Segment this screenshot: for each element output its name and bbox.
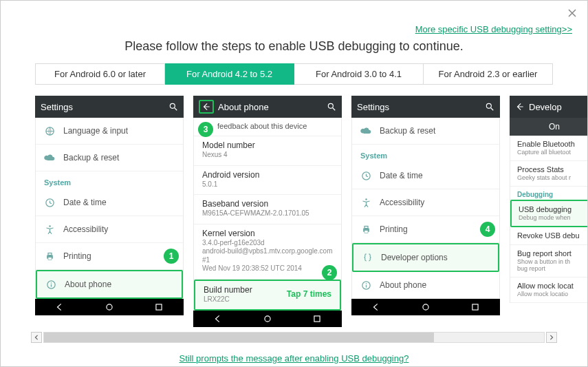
svg-point-15 xyxy=(265,316,270,322)
scroll-thumb[interactable] xyxy=(44,333,434,342)
still-prompts-link[interactable]: Still prompts the message after enabling… xyxy=(179,353,409,364)
svg-rect-28 xyxy=(472,304,478,310)
row-key: Enable Bluetooth xyxy=(517,140,587,148)
svg-rect-12 xyxy=(156,304,162,310)
prop-key: Model number xyxy=(202,140,333,150)
tab-android-6[interactable]: For Android 6.0 or later xyxy=(35,63,165,85)
svg-rect-10 xyxy=(50,284,51,286)
top-link-row: More specific USB debugging setting>> xyxy=(1,1,587,35)
step-badge-2: 2 xyxy=(322,265,337,280)
printer-icon xyxy=(44,251,55,262)
prop-build-highlight: Build number LRX22C Tap 7 times xyxy=(194,280,341,311)
row-accessibility: Accessibility xyxy=(352,189,499,216)
nav-back-icon xyxy=(371,302,381,312)
screenshot-step-2: About phone 3 feedback about this device… xyxy=(193,96,342,327)
tab-android-4-2[interactable]: For Android 4.2 to 5.2 xyxy=(165,63,294,85)
nav-home-icon xyxy=(421,302,431,312)
row-enable-bluetooth: Enable Bluetooth Capture all bluetoot xyxy=(510,136,587,161)
svg-line-18 xyxy=(491,108,494,111)
screen-content: Language & input Backup & reset System D… xyxy=(35,118,184,299)
row-sub: Capture all bluetoot xyxy=(517,149,587,156)
row-usb-debugging-highlight: USB debugging Debug mode when xyxy=(510,200,587,227)
row-label: Printing xyxy=(63,251,175,261)
prop-value: Nexus 4 xyxy=(202,151,333,160)
step-badge-4: 4 xyxy=(480,222,495,237)
row-developer-options-highlight: Developer options xyxy=(352,243,499,272)
clock-icon xyxy=(44,197,55,208)
row-process-stats: Process Stats Geeky stats about r xyxy=(510,161,587,187)
cloud-icon xyxy=(44,152,55,163)
row-key: Revoke USB debu xyxy=(517,231,587,240)
nav-home-icon xyxy=(263,314,272,324)
cloud-icon xyxy=(360,125,371,136)
scroll-left-button[interactable] xyxy=(31,332,42,343)
row-label: Language & input xyxy=(63,126,175,136)
horizontal-scrollbar[interactable] xyxy=(31,331,557,344)
screenshot-step-3: Settings Backup & reset System Date & ti… xyxy=(351,96,500,327)
scroll-right-button[interactable] xyxy=(546,332,557,343)
prop-key: Android version xyxy=(202,170,333,180)
screen-content: Enable Bluetooth Capture all bluetoot Pr… xyxy=(510,136,587,303)
row-about-phone-highlight: About phone xyxy=(36,270,183,299)
section-debugging: Debugging xyxy=(510,187,587,200)
prop-key: Baseband version xyxy=(202,199,333,209)
row-label: About phone xyxy=(65,280,173,289)
row-key: USB debugging xyxy=(519,205,587,213)
appbar-title: Develop xyxy=(529,102,587,112)
toggle-on-label: On xyxy=(510,118,587,136)
android-navbar xyxy=(193,311,342,327)
screenshots-gallery: Settings Language & input Backup & reset… xyxy=(1,96,587,344)
svg-point-4 xyxy=(49,225,51,227)
screenshot-step-4-partial: Develop On Enable Bluetooth Capture all … xyxy=(510,96,587,327)
search-icon xyxy=(485,102,494,112)
step-badge-3: 3 xyxy=(198,122,213,137)
svg-line-14 xyxy=(333,108,336,111)
scroll-track[interactable] xyxy=(43,332,545,343)
section-system: System xyxy=(352,145,499,162)
row-sub: Geeky stats about r xyxy=(517,174,587,181)
svg-point-20 xyxy=(365,198,367,200)
svg-rect-26 xyxy=(365,284,366,287)
row-about-phone: About phone xyxy=(352,272,499,299)
page-title: Please follow the steps to enable USB de… xyxy=(1,35,587,63)
row-label: Accessibility xyxy=(380,198,491,207)
nav-back-icon xyxy=(55,302,65,312)
nav-back-icon xyxy=(213,314,223,324)
accessibility-icon xyxy=(360,197,371,208)
screen-content: 3 feedback about this device Model numbe… xyxy=(193,118,342,311)
tap-7-times-hint: Tap 7 times xyxy=(287,289,331,299)
more-settings-link[interactable]: More specific USB debugging setting>> xyxy=(415,24,572,34)
appbar-title: About phone xyxy=(218,102,327,112)
appbar: About phone xyxy=(193,96,342,118)
row-label: Accessibility xyxy=(63,224,175,234)
appbar: Settings xyxy=(35,96,184,118)
nav-recent-icon xyxy=(470,302,480,312)
nav-recent-icon xyxy=(154,302,164,312)
svg-rect-16 xyxy=(314,316,320,322)
info-icon xyxy=(360,280,371,291)
feedback-label: feedback about this device xyxy=(217,122,333,130)
screenshot-step-1: Settings Language & input Backup & reset… xyxy=(35,96,184,327)
prop-value: 5.0.1 xyxy=(202,180,333,189)
row-label: Backup & reset xyxy=(63,153,175,162)
android-version-tabs: For Android 6.0 or later For Android 4.2… xyxy=(35,63,553,85)
prop-kernel: Kernel version 3.4.0-perf-g16e203d andro… xyxy=(194,224,341,280)
row-label: Developer options xyxy=(381,253,490,262)
appbar-title: Settings xyxy=(357,102,485,112)
search-icon xyxy=(327,102,336,112)
appbar: Develop xyxy=(510,96,587,118)
tab-android-2-3[interactable]: For Android 2.3 or earlier xyxy=(424,63,553,85)
svg-rect-22 xyxy=(364,226,368,228)
row-backup: Backup & reset xyxy=(352,118,499,145)
prop-baseband: Baseband version M9615A-CEFWMAZM-2.0.170… xyxy=(194,195,341,224)
svg-point-25 xyxy=(365,283,367,284)
row-printing: Printing 1 xyxy=(36,243,183,270)
svg-rect-23 xyxy=(364,230,368,233)
printer-icon xyxy=(360,224,371,235)
close-button[interactable] xyxy=(563,3,582,25)
svg-point-11 xyxy=(107,304,112,310)
tab-android-3[interactable]: For Android 3.0 to 4.1 xyxy=(294,63,424,85)
nav-home-icon xyxy=(105,302,114,312)
globe-icon xyxy=(44,125,55,136)
prop-value: 3.4.0-perf-g16e203d android-build@vpbs1.… xyxy=(202,239,333,273)
